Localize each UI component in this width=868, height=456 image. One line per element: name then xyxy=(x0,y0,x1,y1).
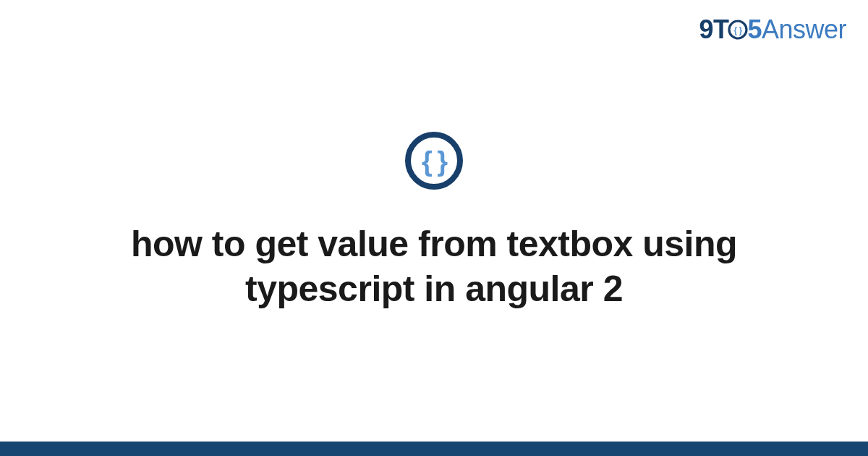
question-title: how to get value from textbox using type… xyxy=(80,221,788,312)
footer-bar xyxy=(0,442,868,456)
main-content: { } how to get value from textbox using … xyxy=(0,0,868,442)
code-braces-icon: { } xyxy=(404,130,464,191)
svg-text:{ }: { } xyxy=(422,146,448,177)
